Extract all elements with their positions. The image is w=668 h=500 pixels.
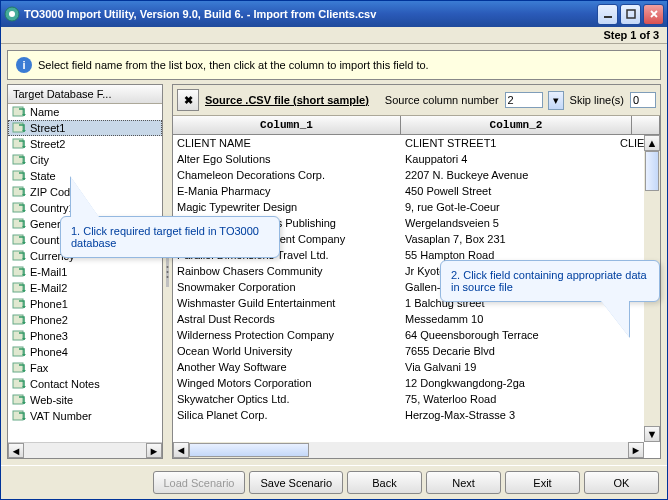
- load-scenario-button[interactable]: Load Scenario: [153, 471, 246, 494]
- cell[interactable]: Wilderness Protection Company: [173, 327, 401, 343]
- cell[interactable]: 64 Queensborough Terrace: [401, 327, 616, 343]
- scroll-left-icon[interactable]: ◄: [8, 443, 24, 458]
- close-button[interactable]: [643, 4, 664, 25]
- cell[interactable]: CLIE: [616, 135, 644, 151]
- cell[interactable]: Alter Ego Solutions: [173, 151, 401, 167]
- cell[interactable]: Silica Planet Corp.: [173, 407, 401, 423]
- target-fields-list[interactable]: NameStreet1Street2CityStateZIP CodeCount…: [8, 104, 162, 442]
- back-button[interactable]: Back: [347, 471, 422, 494]
- grid-header-col2[interactable]: Column_2: [401, 116, 632, 134]
- cell[interactable]: Via Galvani 19: [401, 359, 616, 375]
- target-field-item[interactable]: Street1: [8, 120, 162, 136]
- target-field-item[interactable]: Contact Notes: [8, 376, 162, 392]
- exit-button[interactable]: Exit: [505, 471, 580, 494]
- table-row[interactable]: Chameleon Decorations Corp.2207 N. Bucke…: [173, 167, 644, 183]
- cell[interactable]: 75, Waterloo Road: [401, 391, 616, 407]
- scroll-up-icon[interactable]: ▲: [644, 135, 660, 151]
- scroll-thumb-v[interactable]: [645, 151, 659, 191]
- next-button[interactable]: Next: [426, 471, 501, 494]
- cell[interactable]: [616, 343, 644, 359]
- splitter[interactable]: [166, 84, 169, 459]
- step-indicator: Step 1 of 3: [1, 27, 667, 44]
- cell[interactable]: CLIENT STREET1: [401, 135, 616, 151]
- table-row[interactable]: Magic Typewriter Design9, rue Got-le-Coe…: [173, 199, 644, 215]
- cell[interactable]: [616, 375, 644, 391]
- scroll-down-icon[interactable]: ▼: [644, 426, 660, 442]
- table-row[interactable]: Astral Dust RecordsMessedamm 10: [173, 311, 644, 327]
- cell[interactable]: [616, 199, 644, 215]
- target-field-item[interactable]: Phone3: [8, 328, 162, 344]
- cell[interactable]: [616, 167, 644, 183]
- cell[interactable]: Winged Motors Corporation: [173, 375, 401, 391]
- cell[interactable]: Vasaplan 7, Box 231: [401, 231, 616, 247]
- target-field-item[interactable]: Fax: [8, 360, 162, 376]
- cell[interactable]: Ocean World University: [173, 343, 401, 359]
- grid-header-col3[interactable]: [632, 116, 660, 134]
- target-field-item[interactable]: Phone4: [8, 344, 162, 360]
- source-column-dropdown[interactable]: ▾: [548, 91, 564, 110]
- cell[interactable]: 7655 Decarie Blvd: [401, 343, 616, 359]
- table-row[interactable]: Skywatcher Optics Ltd.75, Waterloo Road: [173, 391, 644, 407]
- cell[interactable]: Magic Typewriter Design: [173, 199, 401, 215]
- table-row[interactable]: Alter Ego SolutionsKauppatori 4: [173, 151, 644, 167]
- table-row[interactable]: Silica Planet Corp.Herzog-Max-Strasse 3: [173, 407, 644, 423]
- scroll-thumb-h[interactable]: [189, 443, 309, 457]
- table-row[interactable]: Another Way SoftwareVia Galvani 19: [173, 359, 644, 375]
- cell[interactable]: [616, 407, 644, 423]
- ok-button[interactable]: OK: [584, 471, 659, 494]
- maximize-button[interactable]: [620, 4, 641, 25]
- target-field-item[interactable]: Phone1: [8, 296, 162, 312]
- target-field-item[interactable]: E-Mail2: [8, 280, 162, 296]
- cell[interactable]: [616, 231, 644, 247]
- cell[interactable]: CLIENT NAME: [173, 135, 401, 151]
- cell[interactable]: Another Way Software: [173, 359, 401, 375]
- skip-lines-input[interactable]: [630, 92, 656, 108]
- cell[interactable]: Wishmaster Guild Entertainment: [173, 295, 401, 311]
- target-fields-header[interactable]: Target Database F...: [8, 85, 162, 104]
- target-field-item[interactable]: VAT Number: [8, 408, 162, 424]
- titlebar[interactable]: TO3000 Import Utility, Version 9.0, Buil…: [1, 1, 667, 27]
- minimize-button[interactable]: [597, 4, 618, 25]
- cell[interactable]: Wergelandsveien 5: [401, 215, 616, 231]
- scroll-left-icon[interactable]: ◄: [173, 442, 189, 458]
- cell[interactable]: [616, 183, 644, 199]
- cell[interactable]: E-Mania Pharmacy: [173, 183, 401, 199]
- table-row[interactable]: Ocean World University7655 Decarie Blvd: [173, 343, 644, 359]
- delete-mapping-button[interactable]: ✖: [177, 89, 199, 111]
- grid-header-col1[interactable]: Column_1: [173, 116, 401, 134]
- target-field-item[interactable]: Street2: [8, 136, 162, 152]
- cell[interactable]: [616, 359, 644, 375]
- table-row[interactable]: Wilderness Protection Company64 Queensbo…: [173, 327, 644, 343]
- cell[interactable]: Herzog-Max-Strasse 3: [401, 407, 616, 423]
- cell[interactable]: [616, 151, 644, 167]
- cell[interactable]: Snowmaker Corporation: [173, 279, 401, 295]
- cell[interactable]: Astral Dust Records: [173, 311, 401, 327]
- target-field-item[interactable]: Phone2: [8, 312, 162, 328]
- scroll-right-icon[interactable]: ►: [146, 443, 162, 458]
- cell[interactable]: 450 Powell Street: [401, 183, 616, 199]
- cell[interactable]: 9, rue Got-le-Coeur: [401, 199, 616, 215]
- target-field-item[interactable]: Name: [8, 104, 162, 120]
- grid-scrollbar-horizontal[interactable]: ◄ ►: [173, 442, 644, 458]
- target-field-item[interactable]: Web-site: [8, 392, 162, 408]
- cell[interactable]: [616, 391, 644, 407]
- field-label: Web-site: [30, 394, 73, 406]
- table-row[interactable]: Winged Motors Corporation12 Dongkwangdon…: [173, 375, 644, 391]
- grid-header[interactable]: Column_1 Column_2: [173, 116, 660, 135]
- cell[interactable]: 2207 N. Buckeye Avenue: [401, 167, 616, 183]
- cell[interactable]: Kauppatori 4: [401, 151, 616, 167]
- left-scrollbar-horizontal[interactable]: ◄ ►: [8, 442, 162, 458]
- target-field-item[interactable]: City: [8, 152, 162, 168]
- cell[interactable]: Rainbow Chasers Community: [173, 263, 401, 279]
- target-field-item[interactable]: E-Mail1: [8, 264, 162, 280]
- save-scenario-button[interactable]: Save Scenario: [249, 471, 343, 494]
- cell[interactable]: 12 Dongkwangdong-2ga: [401, 375, 616, 391]
- scroll-right-icon[interactable]: ►: [628, 442, 644, 458]
- cell[interactable]: [616, 215, 644, 231]
- source-column-input[interactable]: [505, 92, 543, 108]
- table-row[interactable]: E-Mania Pharmacy450 Powell Street: [173, 183, 644, 199]
- cell[interactable]: Skywatcher Optics Ltd.: [173, 391, 401, 407]
- table-row[interactable]: CLIENT NAMECLIENT STREET1CLIE: [173, 135, 644, 151]
- cell[interactable]: Messedamm 10: [401, 311, 616, 327]
- cell[interactable]: Chameleon Decorations Corp.: [173, 167, 401, 183]
